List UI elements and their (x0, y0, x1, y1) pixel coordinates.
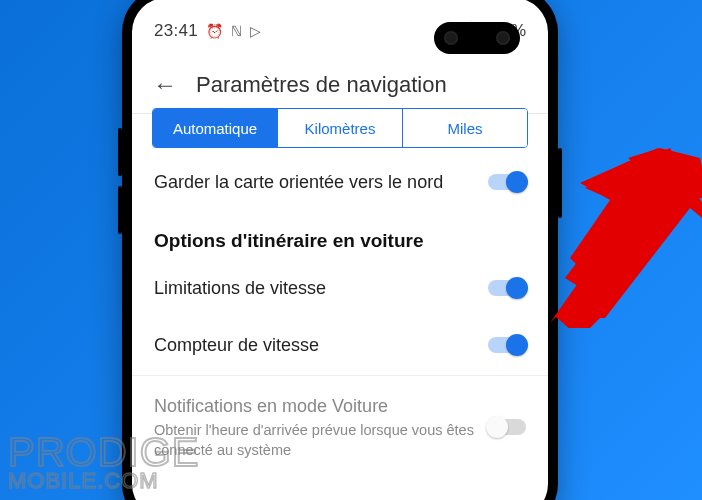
tab-label: Kilomètres (305, 120, 376, 137)
row-subtext: Obtenir l'heure d'arrivée prévue lorsque… (154, 421, 488, 460)
back-icon[interactable]: ← (152, 71, 178, 99)
tab-automatique[interactable]: Automatique (153, 109, 278, 147)
row-label: Limitations de vitesse (154, 276, 326, 300)
page-title: Paramètres de navigation (196, 72, 447, 98)
play-icon: ▷ (250, 23, 261, 39)
switch-speedometer[interactable] (488, 337, 526, 353)
svg-marker-0 (560, 148, 702, 318)
row-speedometer[interactable]: Compteur de vitesse (132, 317, 548, 373)
units-tabs: Automatique Kilomètres Miles (152, 108, 528, 148)
switch-keep-north[interactable] (488, 174, 526, 190)
row-car-notifications[interactable]: Notifications en mode Voiture Obtenir l'… (132, 378, 548, 476)
row-label: Compteur de vitesse (154, 333, 319, 357)
switch-speed-limits[interactable] (488, 280, 526, 296)
row-label: Notifications en mode Voiture (154, 394, 454, 418)
tab-kilometres[interactable]: Kilomètres (278, 109, 403, 147)
svg-marker-4 (555, 276, 620, 328)
section-driving-options: Options d'itinéraire en voiture (132, 210, 548, 260)
nfc-icon: ℕ (231, 23, 242, 39)
switch-car-notifications[interactable] (488, 419, 526, 435)
row-speed-limits[interactable]: Limitations de vitesse (132, 260, 548, 316)
status-time: 23:41 (154, 21, 198, 41)
svg-marker-2 (565, 148, 702, 303)
annotation-arrow-icon (550, 148, 702, 328)
svg-marker-1 (550, 148, 700, 323)
alarm-icon: ⏰ (206, 23, 223, 39)
svg-marker-3 (660, 148, 702, 198)
divider (132, 375, 548, 376)
tab-miles[interactable]: Miles (403, 109, 527, 147)
app-bar: ← Paramètres de navigation (132, 56, 548, 114)
row-label: Garder la carte orientée vers le nord (154, 170, 443, 194)
tab-label: Automatique (173, 120, 257, 137)
row-keep-north[interactable]: Garder la carte orientée vers le nord (132, 154, 548, 210)
annotation-arrow-icon (550, 148, 702, 328)
tab-label: Miles (447, 120, 482, 137)
camera-cutout (434, 22, 520, 54)
